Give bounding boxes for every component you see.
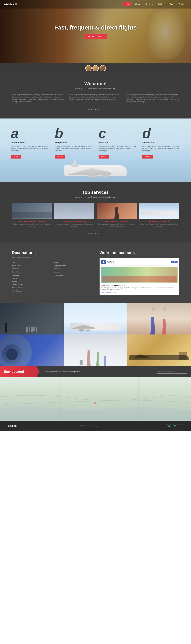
- hero-content: Fast, frequent & direct flights READ MOR…: [54, 24, 137, 39]
- map-section[interactable]: [0, 377, 191, 421]
- service-desc-1: Sed ut perspiciatis unde omnis iste natu…: [54, 223, 94, 227]
- dest-link-8[interactable]: Aenean rutrum: [12, 286, 50, 290]
- feature-letter-2: c: [99, 126, 136, 140]
- twitter-social-icon[interactable]: 𝕏: [167, 424, 171, 428]
- destinations-section: Destinations Lorem ipsum dolor sit amet.…: [12, 250, 92, 295]
- service-desc-3: Sed ut perspiciatis unde omnis iste natu…: [139, 223, 179, 227]
- dest-link-9[interactable]: Phasellus post: [12, 290, 50, 293]
- services-grid: ALIQUAM CONGUE FERMENTUM Sed ut perspici…: [12, 203, 179, 227]
- service-desc-0: Sed ut perspiciatis unde omnis iste natu…: [12, 223, 52, 227]
- dest-link-2[interactable]: Sit amet: [12, 267, 50, 270]
- dest-link-7[interactable]: Maecenas Janu: [12, 283, 50, 286]
- welcome-title: Welcome!: [12, 81, 179, 86]
- feature-btn-1[interactable]: MORE: [55, 155, 65, 158]
- welcome-subtitle: Lorem ipsum dolor sit amet, consectetur …: [12, 88, 179, 90]
- fb-share-action[interactable]: Share: [113, 292, 117, 293]
- gallery-item-2[interactable]: [127, 303, 191, 334]
- feature-desc-2: Etiam vulputate, justo. Proin dapibus au…: [99, 145, 136, 152]
- destinations-col-2: Putiné Suspendis sertrus Cum lactu Natoq…: [54, 261, 91, 293]
- facebook-widget: f AirMax II Like Leadership Highlights M…: [100, 258, 179, 295]
- dest-link-10[interactable]: Putiné: [54, 261, 91, 264]
- dest-link-11[interactable]: Suspendis sertrus: [54, 264, 91, 267]
- avatar-1: [85, 65, 92, 71]
- feature-title-3: Vestibulum: [142, 141, 180, 144]
- service-card-0: ALIQUAM CONGUE FERMENTUM Sed ut perspici…: [12, 203, 52, 227]
- svg-point-8: [94, 402, 96, 404]
- gallery-item-5[interactable]: [127, 334, 191, 366]
- header: AirMax II Home About Services Gallery Bl…: [0, 0, 191, 8]
- destinations-columns: Lorem Ipsum dolor Sit amet Consectetur A…: [12, 261, 92, 293]
- fb-like-button[interactable]: Like: [172, 260, 178, 263]
- welcome-section: Welcome! Lorem ipsum dolor sit amet, con…: [0, 73, 191, 118]
- facebook-section: We`re on facebook f AirMax II Like Leade…: [100, 250, 179, 295]
- stay-updated-arrow-icon: ›: [186, 370, 187, 373]
- feature-letter-3: d: [142, 126, 180, 140]
- nav-home[interactable]: Home: [123, 2, 132, 6]
- feature-btn-2[interactable]: MORE: [99, 155, 109, 158]
- dest-link-0[interactable]: Lorem: [12, 261, 50, 264]
- service-desc-2: Sed ut perspiciatis unde omnis iste natu…: [97, 223, 137, 227]
- dest-link-5[interactable]: Stet clita: [12, 277, 50, 280]
- hero-title: Fast, frequent & direct flights: [54, 24, 137, 31]
- stay-updated-email-input[interactable]: [157, 370, 186, 373]
- facebook-title: We`re on facebook: [100, 250, 179, 255]
- dest-link-6[interactable]: Hendrerit: [12, 280, 50, 283]
- nav-about[interactable]: About: [133, 2, 142, 6]
- services-subtitle: Lorem ipsum dolor sit amet, consectetur …: [12, 196, 179, 198]
- feature-desc-0: Etiam vulputate, justo. Proin dapibus au…: [11, 145, 49, 152]
- fb-comment-action[interactable]: Comment: [105, 292, 111, 293]
- nav-blog[interactable]: Blog: [168, 2, 175, 6]
- dest-link-13[interactable]: Natoque: [54, 270, 91, 274]
- gallery-item-1[interactable]: [64, 303, 128, 334]
- dest-link-12[interactable]: Cum lactu: [54, 267, 91, 270]
- services-read-more-button[interactable]: READ MORE ›: [88, 232, 103, 234]
- welcome-col-2: Fusce fringilla lorem id ipsum adipiscin…: [69, 94, 122, 103]
- feature-item-1: b Perspiciatis Etiam vulputate, justo. P…: [52, 126, 95, 158]
- stay-updated-text: Lorem ipsum dolor sit, product or its in…: [43, 371, 157, 373]
- hero-section: AirMax II Home About Services Gallery Bl…: [0, 0, 191, 64]
- destinations-subtitle: Lorem ipsum dolor sit amet.: [12, 256, 92, 258]
- feature-title-2: Ridiculus: [99, 141, 136, 144]
- dest-link-14[interactable]: Pellentesque: [54, 274, 91, 277]
- stay-updated-label: Stay updated: [0, 366, 40, 377]
- footer: airmax II © 2015 AirMax II. All rights r…: [0, 421, 191, 431]
- stay-updated-input-wrap: ›: [157, 370, 187, 374]
- nav-services[interactable]: Services: [144, 2, 154, 6]
- fb-like-action[interactable]: Like: [101, 292, 104, 293]
- dest-fb-section: Destinations Lorem ipsum dolor sit amet.…: [0, 242, 191, 303]
- feature-title-1: Perspiciatis: [55, 141, 92, 144]
- avatar-3: [100, 65, 106, 71]
- hero-read-more-button[interactable]: READ MORE ›: [84, 34, 107, 39]
- welcome-read-more-button[interactable]: READ MORE ›: [88, 108, 103, 110]
- main-nav: Home About Services Gallery Blog Contact: [123, 2, 187, 6]
- nav-contact[interactable]: Contact: [177, 2, 187, 6]
- nav-gallery[interactable]: Gallery: [157, 2, 166, 6]
- service-image-1: [54, 203, 94, 219]
- welcome-col-1: Fusce fringilla lorem id ipsum adipiscin…: [12, 94, 65, 103]
- gallery-item-0[interactable]: [0, 303, 64, 334]
- feature-desc-3: Etiam vulputate, justo. Proin dapibus au…: [142, 145, 180, 152]
- feature-item-0: a Lorem ipsum Etiam vulputate, justo. Pr…: [8, 126, 52, 158]
- stay-updated-section: Stay updated Lorem ipsum dolor sit, prod…: [0, 366, 191, 377]
- features-grid: a Lorem ipsum Etiam vulputate, justo. Pr…: [8, 126, 183, 158]
- gallery-item-3[interactable]: [0, 334, 64, 366]
- service-title-1: VESTIBULUM IACULIS LACUS: [54, 220, 94, 222]
- site-logo: AirMax II: [4, 3, 17, 6]
- avatar-2: [92, 65, 99, 71]
- services-title: Top services: [12, 190, 179, 195]
- dest-link-4[interactable]: Adipiscing: [12, 274, 50, 277]
- facebook-logo-icon: f: [101, 260, 106, 264]
- twitter-bird-icon[interactable]: 🐦: [173, 424, 177, 428]
- feature-btn-0[interactable]: MORE: [11, 155, 21, 158]
- fb-actions: Like Comment Share: [101, 292, 178, 293]
- feature-btn-3[interactable]: MORE: [142, 155, 153, 158]
- fb-page-name: AirMax II: [107, 261, 115, 263]
- dest-link-1[interactable]: Ipsum dolor: [12, 264, 50, 267]
- dest-link-3[interactable]: Consectetur: [12, 270, 50, 274]
- service-card-1: VESTIBULUM IACULIS LACUS Sed ut perspici…: [54, 203, 94, 227]
- facebook-social-icon[interactable]: f: [179, 424, 183, 428]
- avatars-bar: [0, 64, 191, 73]
- gallery-item-4[interactable]: [64, 334, 128, 366]
- services-section: Top services Lorem ipsum dolor sit amet,…: [0, 182, 191, 242]
- feature-item-3: d Vestibulum Etiam vulputate, justo. Pro…: [139, 126, 183, 158]
